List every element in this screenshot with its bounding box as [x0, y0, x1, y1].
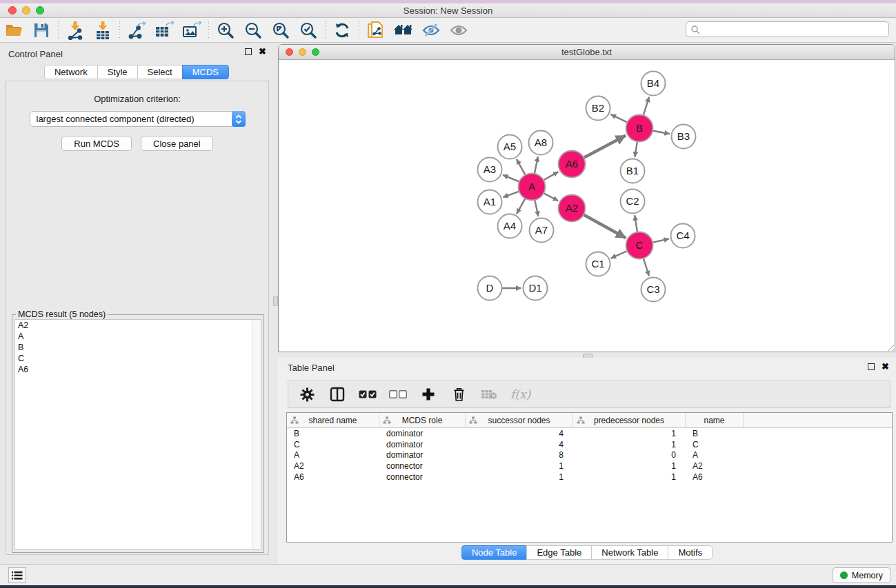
cell: A — [287, 450, 379, 460]
column-header-shared-name[interactable]: shared name — [287, 413, 379, 428]
hide-graphics-icon[interactable] — [417, 19, 445, 41]
resize-grip-icon[interactable] — [885, 342, 894, 351]
memory-status-icon — [840, 571, 848, 579]
dropdown-stepper-icon — [232, 111, 246, 127]
app-titlebar: Session: New Session — [0, 3, 896, 18]
node-label-A8: A8 — [535, 136, 547, 148]
table-row[interactable]: Cdominator41C — [287, 439, 892, 450]
cell: 4 — [466, 429, 573, 438]
criterion-dropdown[interactable]: largest connected component (directed) — [30, 111, 246, 127]
toolbar-separator — [359, 21, 359, 40]
cell: C — [686, 440, 744, 449]
hierarchy-sort-icon — [383, 416, 391, 427]
tab-node-table[interactable]: Node Table — [461, 545, 528, 560]
node-label-A: A — [528, 181, 535, 192]
toolbar-separator — [119, 21, 120, 40]
table-row[interactable]: Adominator80A — [287, 450, 892, 461]
tab-network-table[interactable]: Network Table — [591, 545, 668, 560]
import-network-icon[interactable] — [61, 19, 89, 41]
status-bar: Memory — [0, 564, 896, 585]
node-label-D1: D1 — [528, 282, 541, 294]
close-table-panel-icon[interactable]: ✖ — [882, 363, 889, 370]
network-graph[interactable]: A5A8A3A1A4A7AA6A2BB2B4B3B1C2CC1C4C3DD1 — [279, 60, 895, 352]
copy-network-icon[interactable] — [362, 19, 390, 41]
tab-select[interactable]: Select — [137, 65, 183, 79]
show-graphics-icon[interactable] — [445, 19, 472, 41]
search-icon — [690, 25, 700, 34]
table-row[interactable]: A2connector11A2 — [287, 460, 892, 472]
column-header-successor-nodes[interactable]: successor nodes — [466, 413, 573, 428]
application-window: Session: New Session — [0, 0, 896, 588]
result-list-item[interactable]: A6 — [15, 364, 261, 375]
mcds-result-list[interactable]: A2ABCA6 — [14, 319, 261, 550]
zoom-fit-icon[interactable] — [267, 19, 295, 41]
run-mcds-button[interactable]: Run MCDS — [61, 136, 132, 151]
tab-style[interactable]: Style — [97, 65, 138, 79]
network-minimize-button[interactable] — [299, 48, 306, 56]
task-history-button[interactable] — [8, 567, 26, 583]
settings-gear-icon[interactable] — [298, 385, 316, 403]
node-table[interactable]: shared nameMCDS rolesuccessor nodesprede… — [286, 412, 893, 543]
result-list-item[interactable]: A2 — [15, 320, 261, 331]
close-window-button[interactable] — [8, 6, 17, 14]
tab-network[interactable]: Network — [44, 65, 98, 79]
column-label: predecessor nodes — [594, 416, 664, 425]
cell: 0 — [573, 450, 686, 460]
delete-column-icon[interactable] — [450, 385, 468, 403]
function-builder-icon: f(x) — [510, 385, 530, 403]
node-label-C: C — [636, 239, 644, 251]
toolbar-separator — [208, 21, 209, 40]
zoom-selected-icon[interactable] — [295, 19, 322, 41]
close-panel-icon[interactable]: ✖ — [259, 48, 266, 55]
export-network-icon[interactable] — [123, 19, 150, 41]
add-column-icon[interactable] — [419, 385, 437, 403]
node-label-A6: A6 — [566, 158, 578, 170]
column-label: successor nodes — [488, 416, 550, 425]
zoom-out-icon[interactable] — [239, 19, 267, 41]
cell: dominator — [379, 429, 466, 438]
result-list-item[interactable]: A — [15, 331, 261, 342]
save-session-icon[interactable] — [28, 19, 55, 41]
network-canvas[interactable]: A5A8A3A1A4A7AA6A2BB2B4B3B1C2CC1C4C3DD1 — [279, 60, 895, 352]
search-input[interactable] — [700, 23, 888, 36]
column-header-MCDS-role[interactable]: MCDS role — [379, 413, 466, 428]
open-session-icon[interactable] — [0, 19, 28, 41]
search-field[interactable] — [686, 21, 889, 37]
import-table-icon[interactable] — [89, 19, 117, 41]
table-row[interactable]: Bdominator41B — [287, 428, 892, 439]
float-panel-icon[interactable] — [245, 48, 252, 55]
node-label-C2: C2 — [626, 195, 639, 207]
export-image-icon[interactable] — [178, 19, 206, 41]
split-table-icon[interactable] — [328, 385, 346, 403]
table-header-row: shared nameMCDS rolesuccessor nodesprede… — [287, 413, 892, 428]
result-list-item[interactable]: B — [15, 342, 261, 353]
select-all-icon[interactable] — [359, 385, 377, 403]
vertical-splitter-handle[interactable] — [273, 296, 278, 306]
maximize-window-button[interactable] — [36, 6, 44, 14]
result-scrollbar[interactable] — [252, 320, 261, 549]
network-traffic-lights — [286, 48, 319, 56]
column-label: shared name — [308, 416, 357, 425]
table-row[interactable]: A6connector11A6 — [287, 472, 892, 483]
minimize-window-button[interactable] — [22, 6, 30, 14]
memory-button[interactable]: Memory — [833, 567, 890, 583]
result-list-item[interactable]: C — [15, 353, 261, 364]
network-window-titlebar[interactable]: testGlobe.txt — [279, 45, 895, 60]
column-header-name[interactable]: name — [686, 413, 744, 428]
close-panel-button[interactable]: Close panel — [141, 136, 213, 151]
network-maximize-button[interactable] — [312, 48, 319, 56]
column-header-predecessor-nodes[interactable]: predecessor nodes — [573, 413, 686, 428]
export-table-icon[interactable] — [150, 19, 178, 41]
tab-motifs[interactable]: Motifs — [668, 545, 713, 560]
refresh-layout-icon[interactable] — [328, 19, 356, 41]
network-home-icon[interactable] — [390, 19, 417, 41]
control-panel-tabs: NetworkStyleSelectMCDS — [44, 65, 229, 79]
node-label-B1: B1 — [626, 165, 639, 176]
node-label-B3: B3 — [677, 130, 690, 142]
network-close-button[interactable] — [286, 48, 293, 56]
float-table-panel-icon[interactable] — [868, 363, 875, 370]
zoom-in-icon[interactable] — [212, 19, 239, 41]
tab-edge-table[interactable]: Edge Table — [526, 545, 592, 560]
deselect-all-icon[interactable] — [389, 385, 407, 403]
tab-mcds[interactable]: MCDS — [182, 65, 229, 79]
